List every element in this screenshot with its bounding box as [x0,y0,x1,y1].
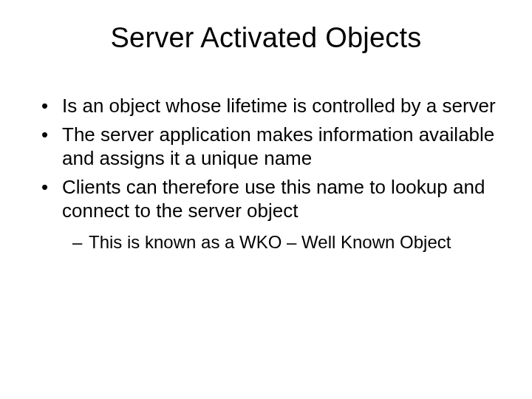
bullet-text: Is an object whose lifetime is controlle… [62,95,496,117]
slide-title: Server Activated Objects [27,22,505,54]
bullet-list: Is an object whose lifetime is controlle… [27,94,505,253]
sub-bullet-list: This is known as a WKO – Well Known Obje… [62,231,505,253]
slide: Server Activated Objects Is an object wh… [0,0,532,399]
bullet-text: Clients can therefore use this name to l… [62,176,485,222]
sub-bullet-item: This is known as a WKO – Well Known Obje… [72,231,505,253]
bullet-item: Is an object whose lifetime is controlle… [41,94,505,118]
bullet-item: The server application makes information… [41,123,505,171]
bullet-item: Clients can therefore use this name to l… [41,175,505,253]
bullet-text: The server application makes information… [62,123,494,170]
sub-bullet-text: This is known as a WKO – Well Known Obje… [89,232,451,252]
